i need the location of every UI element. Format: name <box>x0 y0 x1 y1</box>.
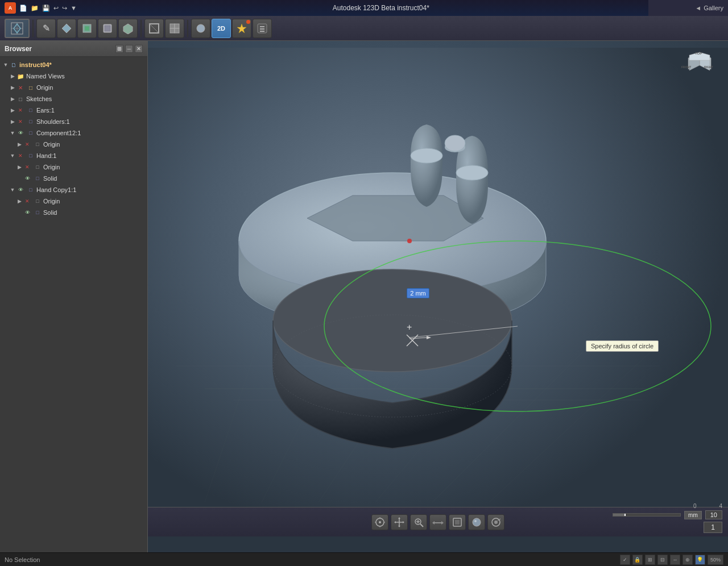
status-grid-icon[interactable]: ⊞ <box>645 555 655 565</box>
tree-shoulders1-arrow[interactable]: ▶ <box>9 118 16 125</box>
browser-icon-btn[interactable]: ⊞ <box>115 45 123 53</box>
tree-sketches[interactable]: ▶ □ Sketches <box>0 93 147 105</box>
tree-origin-sub-label: Origin <box>43 141 60 148</box>
tree-origin-1[interactable]: ▶ ✕ □ Origin <box>0 82 147 93</box>
svg-rect-12 <box>170 24 175 28</box>
browser-min-btn[interactable]: ─ <box>125 45 133 53</box>
display-mode-btn[interactable] <box>468 514 485 530</box>
statusbar: No Selection ✓ 🔒 ⊞ ⊟ ↔ ⊕ 💡 50% <box>0 552 728 566</box>
toolbar-sep-3 <box>187 20 188 37</box>
tree-component12-icon-eye: 👁 <box>16 129 25 137</box>
tree-ears1-label: Ears:1 <box>36 107 55 114</box>
toolbar-top-view-btn[interactable] <box>98 19 117 38</box>
tree-origin-1-icon: ✕ <box>16 84 25 91</box>
tree-ears1-icon-x: ✕ <box>16 106 25 114</box>
quick-access-redo[interactable]: ↪ <box>62 5 67 12</box>
toolbar-material-btn[interactable] <box>191 19 210 38</box>
viewport[interactable]: 2 mm + Specify radius of circle <box>148 41 728 566</box>
tree-hand1-arrow[interactable]: ▼ <box>9 152 16 159</box>
tree-handcopy1-arrow[interactable]: ▼ <box>9 186 16 193</box>
svg-point-70 <box>473 518 481 526</box>
svg-marker-17 <box>237 24 246 33</box>
tree-handcopy1[interactable]: ▼ 👁 □ Hand Copy1:1 <box>0 184 147 195</box>
svg-marker-60 <box>398 526 400 527</box>
browser-panel: Browser ⊞ ─ ✕ ▼ 🗋 instruct04* ▶ 📁 Named … <box>0 41 148 566</box>
toolbar-home-btn[interactable] <box>5 19 30 38</box>
tree-ears1[interactable]: ▶ ✕ □ Ears:1 <box>0 105 147 116</box>
model-svg <box>148 41 728 566</box>
tree-origin-sub2[interactable]: ▶ ✕ □ Origin <box>0 161 147 173</box>
quick-access-new[interactable]: 📄 <box>19 5 27 12</box>
tree-component12-arrow[interactable]: ▼ <box>9 130 16 136</box>
extra-mode-btn[interactable] <box>487 514 504 530</box>
tree-origin-sub[interactable]: ▶ ✕ □ Origin <box>0 139 147 150</box>
value-input-box[interactable]: 2 mm <box>407 288 429 298</box>
toolbar-extra-btn[interactable] <box>253 19 272 38</box>
pan-btn[interactable] <box>391 514 408 530</box>
toolbar-sketch-btn[interactable]: ✎ <box>36 19 56 38</box>
tree-origin-sub2-arrow[interactable]: ▶ <box>16 164 23 170</box>
browser-header: Browser ⊞ ─ ✕ <box>0 41 147 57</box>
status-lock-icon[interactable]: 🔒 <box>632 555 643 565</box>
viewcube[interactable]: TOP FRONT RIGHT <box>677 47 722 92</box>
ruler-end: 4 <box>719 503 722 509</box>
tree-named-views[interactable]: ▶ 📁 Named Views <box>0 70 147 82</box>
toolbar-2d-btn[interactable]: 2D <box>212 19 231 38</box>
status-plus-icon[interactable]: ⊕ <box>682 555 693 565</box>
tree-solid2[interactable]: 👁 □ Solid <box>0 207 147 218</box>
quick-access-save[interactable]: 💾 <box>42 5 50 12</box>
cursor-crosshair: + <box>407 322 412 332</box>
svg-rect-13 <box>175 24 179 28</box>
status-light-icon[interactable]: 💡 <box>695 555 705 565</box>
orbit-btn[interactable] <box>371 514 388 530</box>
tree-handcopy1-icon-box: □ <box>26 186 35 194</box>
tree-origin-1-arrow[interactable]: ▶ <box>9 84 16 91</box>
tree-hand1-icon-x: ✕ <box>16 152 25 160</box>
fit-btn[interactable] <box>449 514 466 530</box>
tree-root-arrow[interactable]: ▼ <box>2 61 9 68</box>
tree-handcopy1-icon-eye: 👁 <box>16 186 25 194</box>
tree-root[interactable]: ▼ 🗋 instruct04* <box>0 59 147 70</box>
svg-marker-61 <box>394 521 396 523</box>
svg-marker-62 <box>403 521 404 523</box>
svg-point-58 <box>379 521 381 523</box>
tree-root-icon: 🗋 <box>9 61 18 69</box>
toolbar-display2-btn[interactable] <box>165 19 184 38</box>
tree-hand1-label: Hand:1 <box>36 152 56 159</box>
tree-shoulders1[interactable]: ▶ ✕ □ Shoulders:1 <box>0 116 147 127</box>
toolbar-iso-view-btn[interactable] <box>118 19 138 38</box>
tree-solid1[interactable]: 👁 □ Solid <box>0 173 147 184</box>
tree-named-views-arrow[interactable]: ▶ <box>9 73 16 80</box>
tree-ears1-arrow[interactable]: ▶ <box>9 107 16 114</box>
tree-hand1[interactable]: ▼ ✕ □ Hand:1 <box>0 150 147 161</box>
toolbar-star-btn[interactable] <box>232 19 251 38</box>
toolbar-sep-1 <box>32 20 34 37</box>
look-at-btn[interactable] <box>429 514 446 530</box>
quick-access-extra[interactable]: ▼ <box>71 5 77 11</box>
tree-origin-sub-icon-x: ✕ <box>23 140 32 148</box>
tree-origin-sub2-label: Origin <box>43 164 60 170</box>
tree-component12-icon-box: □ <box>26 129 35 137</box>
toolbar-primitives-btn[interactable] <box>57 19 76 38</box>
toolbar-front-view-btn[interactable] <box>77 19 97 38</box>
tree-sketches-icon: □ <box>16 95 25 103</box>
tree-sketches-arrow[interactable]: ▶ <box>9 95 16 102</box>
status-arrows-icon[interactable]: ↔ <box>670 555 680 565</box>
tree-origin-sub-arrow[interactable]: ▶ <box>16 141 23 148</box>
tree-origin-sub3-arrow[interactable]: ▶ <box>16 198 23 205</box>
browser-close-btn[interactable]: ✕ <box>135 45 143 53</box>
tree-root-label: instruct04* <box>19 61 52 68</box>
tree-handcopy1-label: Hand Copy1:1 <box>36 186 76 193</box>
quick-access-open[interactable]: 📁 <box>31 5 39 12</box>
svg-rect-14 <box>170 28 175 33</box>
gallery-label[interactable]: Gallery <box>704 5 723 11</box>
tree-origin-sub3[interactable]: ▶ ✕ □ Origin <box>0 195 147 207</box>
status-minus-icon[interactable]: ⊟ <box>657 555 668 565</box>
ruler-indicator-box[interactable]: 1 <box>704 522 722 533</box>
ruler-value-box[interactable]: 10 <box>705 510 722 519</box>
status-check-icon[interactable]: ✓ <box>620 555 630 565</box>
zoom-btn[interactable] <box>410 514 427 530</box>
toolbar-display1-btn[interactable] <box>144 19 164 38</box>
quick-access-undo[interactable]: ↩ <box>53 5 59 12</box>
tree-component12[interactable]: ▼ 👁 □ Component12:1 <box>0 127 147 139</box>
